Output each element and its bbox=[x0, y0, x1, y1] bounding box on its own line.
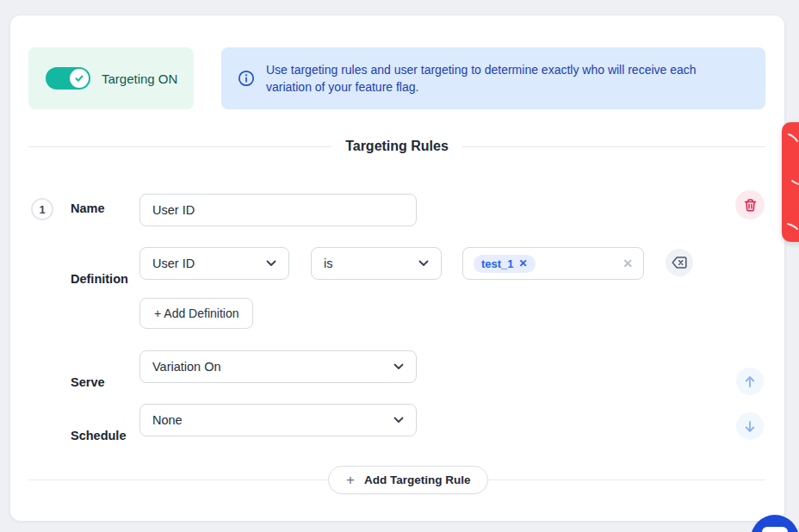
delete-rule-button[interactable] bbox=[735, 190, 765, 220]
info-banner-text: Use targeting rules and user targeting t… bbox=[266, 61, 731, 96]
info-banner: Use targeting rules and user targeting t… bbox=[221, 47, 765, 109]
schedule-select-value: None bbox=[152, 413, 183, 427]
value-tags-input[interactable]: test_1 ✕ ✕ bbox=[462, 247, 644, 280]
move-rule-up-button[interactable] bbox=[736, 368, 764, 395]
chevron-down-icon bbox=[393, 363, 404, 370]
definition-label: Definition bbox=[71, 272, 128, 286]
add-definition-button[interactable]: + Add Definition bbox=[139, 298, 253, 329]
chevron-down-icon bbox=[266, 260, 276, 267]
schedule-label: Schedule bbox=[71, 429, 126, 442]
section-heading: Targeting Rules bbox=[28, 139, 765, 154]
serve-label: Serve bbox=[71, 375, 105, 389]
rule-number-badge: 1 bbox=[31, 198, 53, 220]
arrow-down-icon bbox=[744, 420, 756, 433]
arrow-up-icon bbox=[744, 375, 756, 388]
side-tab-text-fragment bbox=[782, 122, 799, 242]
toggle-check-icon bbox=[70, 69, 89, 88]
remove-definition-button[interactable] bbox=[666, 249, 693, 276]
info-icon bbox=[238, 70, 255, 87]
serve-select[interactable]: Variation On bbox=[139, 350, 417, 383]
rule-name-value: User ID bbox=[152, 203, 195, 217]
operator-select-value: is bbox=[324, 257, 332, 270]
section-title: Targeting Rules bbox=[345, 139, 449, 154]
name-label: Name bbox=[71, 201, 105, 215]
attribute-select[interactable]: User ID bbox=[139, 247, 289, 280]
targeting-card: Targeting ON Use targeting rules and use… bbox=[10, 15, 784, 521]
plus-icon: + bbox=[346, 473, 355, 487]
schedule-select[interactable]: None bbox=[139, 404, 417, 436]
divider-line bbox=[462, 146, 765, 147]
attribute-select-value: User ID bbox=[152, 257, 195, 270]
chip-remove-icon[interactable]: ✕ bbox=[519, 258, 528, 269]
chevron-down-icon bbox=[418, 260, 429, 267]
serve-select-value: Variation On bbox=[152, 360, 221, 374]
operator-select[interactable]: is bbox=[311, 247, 442, 280]
targeting-toggle[interactable] bbox=[46, 67, 90, 90]
trash-icon bbox=[743, 198, 758, 213]
chat-widget-logo bbox=[762, 527, 788, 532]
rule-name-input[interactable]: User ID bbox=[139, 194, 417, 226]
clear-input-icon[interactable]: ✕ bbox=[622, 257, 633, 270]
value-chip: test_1 ✕ bbox=[474, 255, 536, 273]
value-chip-text: test_1 bbox=[481, 258, 514, 269]
add-targeting-rule-label: Add Targeting Rule bbox=[364, 473, 471, 486]
move-rule-down-button[interactable] bbox=[736, 412, 764, 440]
feedback-side-tab[interactable] bbox=[782, 122, 799, 242]
targeting-toggle-panel: Targeting ON bbox=[28, 47, 194, 109]
chevron-down-icon bbox=[393, 417, 404, 424]
add-targeting-rule-button[interactable]: + Add Targeting Rule bbox=[328, 466, 488, 494]
targeting-toggle-label: Targeting ON bbox=[102, 71, 177, 86]
backspace-icon bbox=[672, 257, 687, 269]
divider-line bbox=[28, 146, 331, 147]
